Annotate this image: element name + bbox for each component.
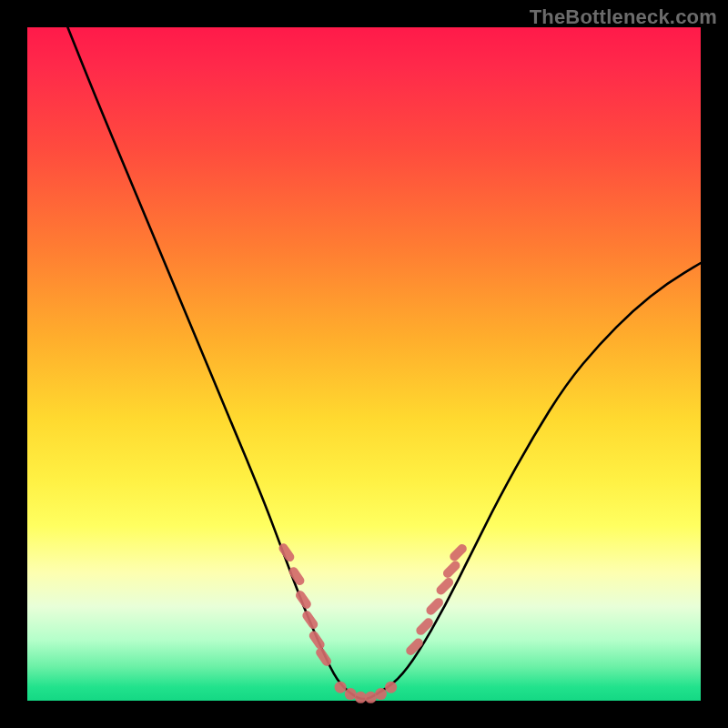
- marker-pill: [448, 542, 469, 563]
- plot-area: [27, 27, 701, 701]
- bottleneck-curve: [67, 27, 701, 699]
- marker-dot: [335, 682, 347, 693]
- chart-svg: [27, 27, 701, 701]
- marker-pill: [294, 589, 313, 611]
- marker-dot: [375, 688, 387, 700]
- marker-dot: [345, 688, 357, 700]
- marker-pill: [424, 596, 445, 617]
- marker-pill: [300, 609, 319, 631]
- marker-dot: [355, 692, 367, 703]
- marker-pill: [308, 630, 327, 652]
- marker-pill: [414, 616, 435, 637]
- chart-container: TheBottleneck.com: [0, 0, 728, 728]
- marker-dot: [365, 692, 377, 703]
- data-markers: [277, 541, 468, 703]
- marker-dot: [385, 682, 397, 693]
- watermark-label: TheBottleneck.com: [530, 5, 717, 29]
